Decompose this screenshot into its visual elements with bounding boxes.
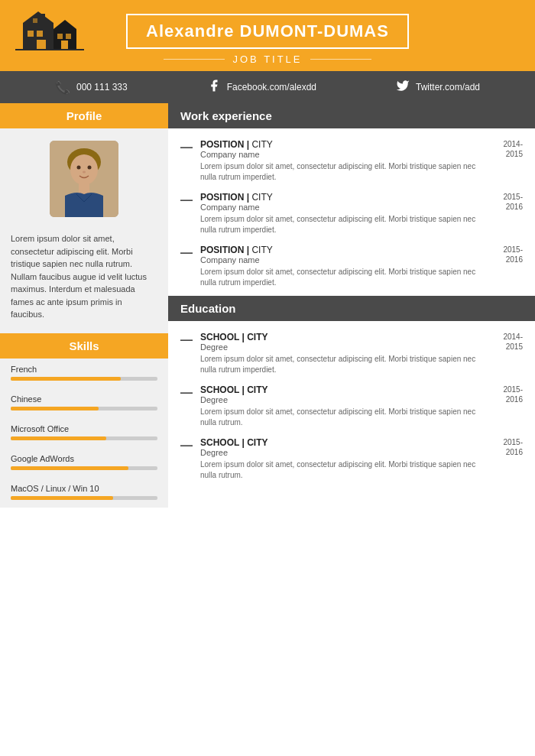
- edu-item: — SCHOOL | CITY Degree Lorem ipsum dolor…: [180, 378, 523, 431]
- work-title: POSITION | CITY: [200, 139, 488, 150]
- facebook-contact: Facebook.com/alexdd: [207, 79, 316, 96]
- svg-rect-17: [79, 183, 89, 194]
- edu-details: SCHOOL | CITY Degree Lorem ipsum dolor s…: [200, 384, 488, 428]
- work-year: 2015-2016: [494, 245, 523, 288]
- edu-dash: —: [180, 439, 193, 481]
- skill-label: Google AdWords: [11, 454, 157, 463]
- edu-degree: Degree: [200, 395, 488, 404]
- education-body: — SCHOOL | CITY Degree Lorem ipsum dolor…: [168, 321, 535, 488]
- edu-title: SCHOOL | CITY: [200, 384, 488, 395]
- edu-city: CITY: [247, 384, 268, 395]
- twitter-contact: Twitter.com/add: [396, 79, 480, 96]
- svg-rect-10: [33, 18, 37, 23]
- work-city: CITY: [251, 245, 272, 255]
- education-header: Education: [168, 296, 535, 321]
- skill-item: Chinese: [0, 388, 168, 418]
- svg-point-13: [70, 154, 98, 185]
- work-item: — POSITION | CITY Company name Lorem ips…: [180, 133, 523, 186]
- work-year: 2015-2016: [494, 192, 523, 235]
- sidebar: Profile: [0, 103, 168, 508]
- work-title: POSITION | CITY: [200, 245, 488, 255]
- edu-item: — SCHOOL | CITY Degree Lorem ipsum dolor…: [180, 326, 523, 378]
- skill-bar-fill: [11, 496, 113, 500]
- profile-photo: [50, 141, 118, 217]
- edu-title: SCHOOL | CITY: [200, 332, 488, 342]
- work-item: — POSITION | CITY Company name Lorem ips…: [180, 186, 523, 238]
- skill-bar-bg: [11, 407, 157, 410]
- svg-rect-8: [61, 41, 68, 50]
- work-desc: Lorem ipsum dolor sit amet, consectetur …: [200, 161, 488, 183]
- skill-item: Google AdWords: [0, 448, 168, 478]
- facebook-icon: [207, 79, 221, 96]
- work-item: — POSITION | CITY Company name Lorem ips…: [180, 238, 523, 291]
- skill-item: Microsoft Office: [0, 418, 168, 448]
- skill-label: MacOS / Linux / Win 10: [11, 484, 157, 493]
- job-title: JOB TITLE: [232, 54, 302, 65]
- skill-label: Microsoft Office: [11, 424, 157, 433]
- edu-year: 2015-2016: [494, 384, 523, 428]
- main-content: Profile: [0, 103, 535, 508]
- work-desc: Lorem ipsum dolor sit amet, consectetur …: [200, 214, 488, 235]
- edu-title: SCHOOL | CITY: [200, 437, 488, 448]
- phone-number: 000 111 333: [76, 82, 128, 92]
- svg-rect-7: [66, 34, 71, 39]
- svg-point-14: [77, 166, 81, 170]
- work-experience-header: Work experience: [168, 103, 535, 128]
- work-city: CITY: [251, 139, 272, 150]
- work-details: POSITION | CITY Company name Lorem ipsum…: [200, 139, 488, 183]
- work-company: Company name: [200, 255, 488, 264]
- phone-icon: 📞: [55, 80, 70, 95]
- facebook-url: Facebook.com/alexdd: [227, 82, 316, 92]
- skill-label: Chinese: [11, 394, 157, 404]
- work-title: POSITION | CITY: [200, 192, 488, 203]
- work-dash: —: [180, 246, 193, 288]
- skill-label: French: [11, 365, 157, 374]
- skill-item: MacOS / Linux / Win 10: [0, 478, 168, 508]
- skill-bar-bg: [11, 496, 157, 500]
- edu-year: 2015-2016: [494, 437, 523, 481]
- header-line-right: [310, 59, 371, 60]
- work-desc: Lorem ipsum dolor sit amet, consectetur …: [200, 267, 488, 288]
- work-city: CITY: [251, 192, 272, 203]
- work-details: POSITION | CITY Company name Lorem ipsum…: [200, 192, 488, 235]
- svg-point-16: [83, 171, 86, 174]
- edu-city: CITY: [247, 332, 268, 342]
- skill-bar-fill: [11, 377, 121, 381]
- skills-list: French Chinese Microsoft Office Google A…: [0, 359, 168, 508]
- skills-section-title: Skills: [0, 333, 168, 359]
- skill-bar-fill: [11, 436, 106, 440]
- profile-image-wrap: [0, 128, 168, 225]
- edu-dash: —: [180, 386, 193, 428]
- profile-description: Lorem ipsum dolor sit amet, consectetur …: [0, 225, 168, 333]
- skill-bar-bg: [11, 377, 157, 381]
- edu-desc: Lorem ipsum dolor sit amet, consectetur …: [200, 459, 488, 481]
- twitter-icon: [396, 79, 410, 96]
- skill-bar-fill: [11, 466, 128, 470]
- skill-item: French: [0, 359, 168, 388]
- twitter-url: Twitter.com/add: [416, 82, 480, 92]
- profile-section-title: Profile: [0, 103, 168, 128]
- contact-bar: 📞 000 111 333 Facebook.com/alexdd Twitte…: [0, 71, 535, 103]
- svg-point-15: [88, 166, 92, 170]
- work-experience-body: — POSITION | CITY Company name Lorem ips…: [168, 128, 535, 296]
- work-year: 2014-2015: [494, 139, 523, 183]
- edu-degree: Degree: [200, 448, 488, 457]
- right-content: Work experience — POSITION | CITY Compan…: [168, 103, 535, 508]
- edu-degree: Degree: [200, 342, 488, 352]
- skill-bar-bg: [11, 436, 157, 440]
- work-dash: —: [180, 193, 193, 235]
- header-line-left: [164, 59, 225, 60]
- edu-desc: Lorem ipsum dolor sit amet, consectetur …: [200, 407, 488, 428]
- edu-year: 2014-2015: [494, 332, 523, 375]
- work-company: Company name: [200, 203, 488, 212]
- edu-item: — SCHOOL | CITY Degree Lorem ipsum dolor…: [180, 431, 523, 484]
- edu-city: CITY: [247, 437, 268, 448]
- work-details: POSITION | CITY Company name Lorem ipsum…: [200, 245, 488, 288]
- full-name: Alexandre DUMONT-DUMAS: [146, 21, 389, 41]
- svg-rect-2: [37, 31, 43, 37]
- avatar-svg: [50, 141, 118, 217]
- svg-rect-3: [37, 40, 46, 50]
- svg-rect-1: [28, 31, 34, 37]
- work-company: Company name: [200, 150, 488, 159]
- edu-desc: Lorem ipsum dolor sit amet, consectetur …: [200, 354, 488, 375]
